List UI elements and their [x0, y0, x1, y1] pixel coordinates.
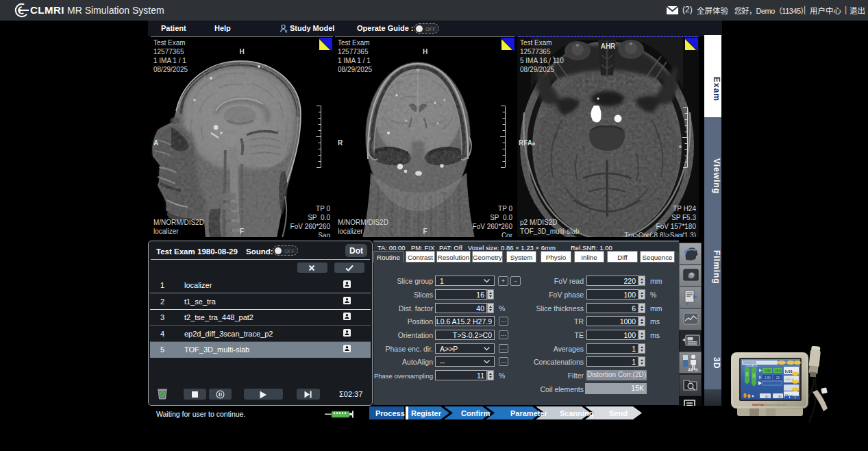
svg-text:15.0: 15.0	[775, 369, 781, 373]
svg-text:40: 40	[765, 395, 769, 398]
svg-text:2.00: 2.00	[765, 376, 771, 380]
svg-text:44 %: 44 %	[688, 367, 698, 372]
svg-text:Flush: Flush	[752, 365, 758, 367]
svg-text:0:00: 0:00	[785, 369, 793, 374]
svg-text:30: 30	[778, 395, 782, 398]
svg-text:29: 29	[776, 376, 780, 380]
svg-text:Spectris Solaris EP: Spectris Solaris EP	[765, 404, 786, 406]
svg-text:Parameter: Parameter	[510, 409, 548, 417]
svg-text:Process: Process	[375, 409, 405, 417]
svg-text:MEDRAD: MEDRAD	[752, 403, 765, 406]
svg-text:Register: Register	[411, 409, 442, 417]
svg-text:Scanning: Scanning	[560, 409, 594, 417]
svg-text:2.00: 2.00	[765, 369, 771, 373]
svg-text:Confirm: Confirm	[461, 409, 490, 417]
svg-text:Send: Send	[609, 409, 628, 417]
